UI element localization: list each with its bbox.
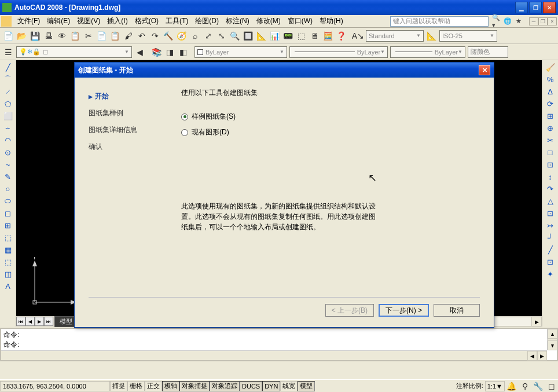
toolbar-button[interactable]: 📋 [108, 29, 122, 42]
back-button[interactable]: < 上一步(B) [325, 304, 374, 317]
radio-sample-sheetset[interactable]: 样例图纸集(S) [181, 112, 480, 122]
draw-tool-button[interactable]: ○ [1, 183, 14, 195]
toolbar-button[interactable]: ↷ [148, 29, 161, 42]
modify-tool-button[interactable]: ↣ [544, 219, 557, 231]
favorites-icon[interactable]: ★ [514, 17, 523, 26]
toolbar-button[interactable]: 🔨 [161, 29, 175, 42]
draw-tool-button[interactable]: ⊞ [1, 219, 14, 231]
toolbar-button[interactable]: 🧮 [321, 29, 335, 42]
status-toggle-线宽[interactable]: 线宽 [280, 381, 298, 391]
draw-tool-button[interactable]: ⬠ [1, 98, 14, 109]
tab-nav-first[interactable]: ⏮ [16, 317, 25, 326]
modify-tool-button[interactable]: ↷ [544, 183, 557, 195]
menu-view[interactable]: 视图(V) [74, 15, 104, 27]
anno-autoscale-icon[interactable]: ⚲ [518, 379, 531, 392]
nav-step-sample[interactable]: 图纸集样例 [89, 105, 158, 122]
nav-step-confirm[interactable]: 确认 [89, 138, 158, 155]
status-toggle-捕捉[interactable]: 捕捉 [110, 381, 127, 391]
layer-manager-icon[interactable]: ☰ [2, 45, 15, 58]
layer-prev-icon[interactable]: ◀ [133, 45, 146, 58]
toolbar-button[interactable]: 🖶 [42, 29, 55, 42]
draw-tool-button[interactable]: ◠ [1, 134, 14, 146]
layer-states-icon[interactable]: 📚 [150, 45, 163, 58]
toolbar-button[interactable]: 📊 [268, 29, 281, 42]
draw-tool-button[interactable]: ◻ [1, 207, 14, 219]
draw-tool-button[interactable]: ~ [1, 159, 14, 170]
status-toggle-对象追踪[interactable]: 对象追踪 [210, 381, 240, 391]
menu-modify[interactable]: 修改(M) [253, 15, 284, 27]
toolbar-button[interactable]: 👁 [55, 29, 68, 42]
menu-edit[interactable]: 编辑(E) [43, 15, 74, 27]
menu-insert[interactable]: 插入(I) [104, 15, 131, 27]
plotstyle-dropdown[interactable]: 随颜色 [468, 46, 508, 58]
annoscale-dropdown[interactable]: 1:1 ▼ [485, 381, 505, 391]
modify-tool-button[interactable]: ⊡ [544, 159, 557, 170]
toolbar-button[interactable]: ⬚ [295, 29, 308, 42]
text-style-dropdown[interactable]: Standard▼ [366, 30, 424, 42]
menu-annotate[interactable]: 标注(N) [222, 15, 253, 27]
status-toggle-对象捕捉[interactable]: 对象捕捉 [179, 381, 210, 391]
command-window[interactable]: 命令: 命令: ▲ ▼ ◀▶ [0, 328, 558, 361]
toolbar-button[interactable]: 🔍 [228, 29, 241, 42]
modify-tool-button[interactable]: ✦ [544, 268, 557, 280]
draw-tool-button[interactable]: ⬜ [1, 110, 14, 122]
anno-visibility-icon[interactable]: 🔔 [505, 379, 518, 392]
draw-tool-button[interactable]: ⬚ [1, 232, 14, 243]
tab-nav-prev[interactable]: ◀ [25, 317, 35, 326]
cmd-v-scrollbar[interactable]: ▲ ▼ [547, 329, 557, 350]
status-toggle-模型[interactable]: 模型 [298, 381, 315, 391]
modify-tool-button[interactable]: ⊞ [544, 110, 557, 122]
draw-tool-button[interactable]: ✎ [1, 171, 14, 182]
toolbar-button[interactable]: ⌕ [188, 29, 201, 42]
draw-tool-button[interactable]: ▦ [1, 244, 14, 255]
toolbar-button[interactable]: ✂ [82, 29, 95, 42]
toolbar-button[interactable]: ⤢ [201, 29, 215, 42]
toolbar-button[interactable]: 🖌 [122, 29, 135, 42]
nav-step-begin[interactable]: 开始 [89, 88, 158, 105]
lineweight-dropdown[interactable]: ByLayer▼ [390, 46, 465, 58]
status-toggle-DUCS[interactable]: DUCS [240, 381, 262, 391]
modify-tool-button[interactable]: ⊕ [544, 122, 557, 134]
status-toggle-栅格[interactable]: 栅格 [127, 381, 145, 391]
modify-tool-button[interactable]: ┘ [544, 232, 557, 243]
toolbar-button[interactable]: 📟 [281, 29, 295, 42]
clean-screen-icon[interactable]: ◻ [545, 379, 558, 392]
toolbar-button[interactable]: ↶ [135, 29, 148, 42]
help-search-input[interactable] [390, 16, 489, 27]
draw-tool-button[interactable]: A [1, 280, 14, 292]
toolbar-button[interactable]: ⤡ [215, 29, 228, 42]
modify-tool-button[interactable]: □ [544, 146, 557, 158]
modify-tool-button[interactable]: % [544, 74, 557, 85]
search-icon[interactable]: 🔍▾ [492, 17, 501, 26]
radio-existing-drawings[interactable]: 现有图形(D) [181, 127, 480, 137]
modify-tool-button[interactable]: ⊡ [544, 207, 557, 219]
dialog-close-button[interactable]: ✕ [479, 65, 490, 75]
linetype-dropdown[interactable]: ByLayer▼ [289, 46, 388, 58]
doc-minimize-button[interactable]: ─ [529, 17, 538, 25]
draw-tool-button[interactable]: ⌢ [1, 122, 14, 134]
doc-close-button[interactable]: × [548, 17, 557, 25]
toolbar-button[interactable]: 💾 [28, 29, 42, 42]
modify-tool-button[interactable]: Δ [544, 86, 557, 97]
layer-iso-icon[interactable]: ◨ [163, 45, 177, 58]
tab-nav-last[interactable]: ⏭ [44, 317, 53, 326]
status-toggle-极轴[interactable]: 极轴 [162, 381, 179, 391]
toolbar-button[interactable]: 🔲 [241, 29, 255, 42]
toolbar-button[interactable]: 📐 [255, 29, 268, 42]
toolbar-button[interactable]: 📂 [15, 29, 28, 42]
menu-draw[interactable]: 绘图(D) [192, 15, 222, 27]
modify-tool-button[interactable]: ⊡ [544, 256, 557, 268]
draw-tool-button[interactable]: ⬭ [1, 195, 14, 207]
cancel-button[interactable]: 取消 [434, 304, 480, 317]
toolbar-button[interactable]: 📄 [2, 29, 15, 42]
window-close-button[interactable]: ✕ [543, 2, 556, 13]
performance-tuner-icon[interactable]: 🔧 [531, 379, 545, 392]
window-maximize-button[interactable]: ❐ [529, 2, 542, 13]
draw-tool-button[interactable]: ⟋ [1, 86, 14, 97]
toolbar-button[interactable]: 🧭 [175, 29, 188, 42]
menu-window[interactable]: 窗口(W) [284, 15, 316, 27]
toolbar-button[interactable]: 📄 [95, 29, 108, 42]
layer-merge-icon[interactable]: ◧ [177, 45, 190, 58]
draw-tool-button[interactable]: ⌒ [1, 74, 14, 85]
modify-tool-button[interactable]: △ [544, 195, 557, 207]
